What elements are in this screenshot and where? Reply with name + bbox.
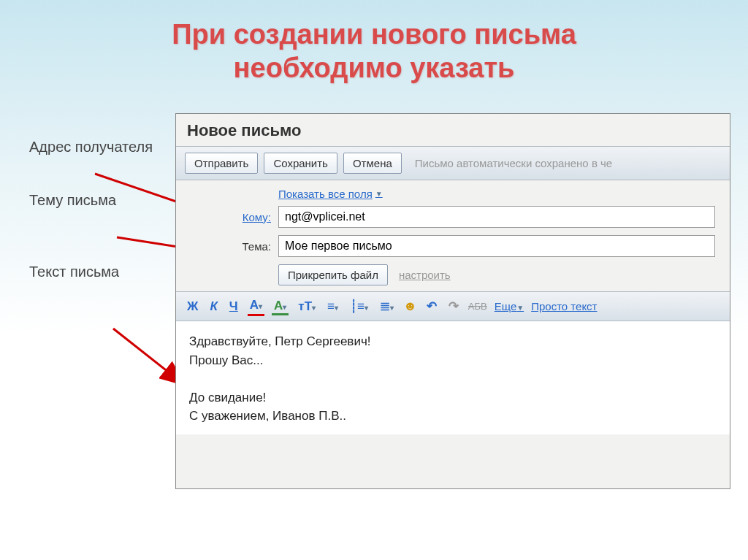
title-line-2: необходимо указать [234, 53, 515, 83]
cancel-button[interactable]: Отмена [343, 153, 402, 174]
emoticon-button[interactable]: ☻ [403, 299, 417, 314]
configure-link[interactable]: настроить [399, 269, 451, 281]
format-toolbar: Ж К Ч А▾ А▾ тТ▾ ≡▾ ┊≡▾ ≣▾ ☻ ↶ ↷ АБВ Еще▼… [176, 291, 730, 321]
main-toolbar: Отправить Сохранить Отмена Письмо автома… [176, 146, 730, 180]
slide-title: При создании нового письма необходимо ук… [0, 0, 748, 85]
to-field-row: Кому: [278, 206, 715, 228]
highlight-button[interactable]: А▾ [272, 297, 289, 315]
email-body[interactable]: Здравствуйте, Петр Сергеевич! Прошу Вас.… [176, 321, 730, 434]
arrow-body [113, 329, 183, 383]
to-input[interactable] [278, 206, 715, 228]
subject-label: Тема: [191, 240, 271, 253]
annotation-labels: Адрес получателя Тему письма Текст письм… [29, 139, 161, 317]
indent-button[interactable]: ┊≡▾ [348, 297, 370, 315]
attach-row: Прикрепить файл настроить [278, 264, 715, 285]
undo-button[interactable]: ↶ [424, 297, 439, 315]
subject-input[interactable] [278, 235, 715, 257]
clear-format-button[interactable]: АБВ [468, 301, 487, 312]
plain-text-link[interactable]: Просто текст [531, 300, 597, 312]
save-button[interactable]: Сохранить [264, 153, 337, 174]
italic-button[interactable]: К [207, 298, 219, 315]
label-recipient: Адрес получателя [29, 139, 161, 156]
email-compose-window: Новое письмо Отправить Сохранить Отмена … [175, 113, 730, 489]
window-title: Новое письмо [176, 114, 730, 146]
align-button[interactable]: ≡▾ [325, 298, 340, 315]
font-color-button[interactable]: А▾ [248, 296, 264, 316]
autosave-status: Письмо автоматически сохранено в че [415, 157, 612, 169]
subject-field-row: Тема: [278, 235, 715, 257]
label-subject: Тему письма [29, 192, 161, 209]
fields-area: Показать все поля ▼ Кому: Тема: Прикрепи… [176, 180, 730, 291]
bold-button[interactable]: Ж [185, 298, 200, 315]
attach-file-button[interactable]: Прикрепить файл [278, 264, 388, 285]
underline-button[interactable]: Ч [227, 298, 240, 315]
more-link[interactable]: Еще▼ [495, 300, 524, 312]
send-button[interactable]: Отправить [185, 153, 258, 174]
to-label[interactable]: Кому: [191, 211, 271, 223]
show-all-fields-link[interactable]: Показать все поля ▼ [278, 188, 383, 200]
label-body: Текст письма [29, 264, 161, 280]
font-size-button[interactable]: тТ▾ [296, 298, 318, 315]
list-button[interactable]: ≣▾ [378, 297, 396, 315]
chevron-down-icon: ▼ [375, 190, 383, 198]
title-line-1: При создании нового письма [172, 19, 576, 50]
redo-button[interactable]: ↷ [446, 297, 461, 315]
